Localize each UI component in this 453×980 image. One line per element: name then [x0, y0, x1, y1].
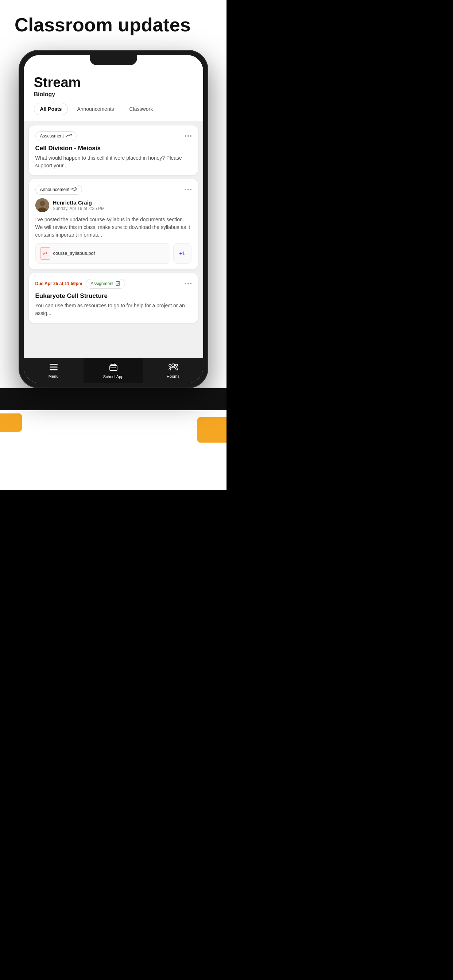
school-app-label: School App: [103, 374, 124, 379]
svg-point-11: [172, 364, 175, 367]
author-date: Sunday, Apr 19 at 2:35 PM: [53, 206, 105, 211]
announcement-tag-label: Announcement: [40, 187, 70, 192]
pdf-icon: pdf: [40, 247, 50, 259]
phone-notch: [90, 55, 137, 65]
bottom-nav: Menu School App: [24, 358, 203, 383]
phone-wrapper: Stream Biology All Posts Announcements: [0, 50, 226, 388]
svg-point-2: [40, 201, 45, 206]
due-date-tag: Due Apr 25 at 11:59pm: [35, 281, 83, 286]
page-title: Classroom updates: [14, 14, 212, 35]
assessment-card-title: Cell Division - Meiosis: [35, 145, 191, 152]
more-button-announcement[interactable]: [185, 189, 191, 190]
more-button-assignment[interactable]: [185, 283, 191, 285]
school-app-icon: [109, 363, 118, 373]
attachment-row: pdf course_syllabus.pdf +1: [35, 243, 191, 264]
rooms-icon: [169, 363, 178, 372]
assessment-card-body: What would happen to this cell if it wer…: [35, 154, 191, 170]
rooms-label: Rooms: [167, 374, 179, 379]
avatar: [35, 198, 49, 212]
attachment-plus-count[interactable]: +1: [173, 243, 191, 264]
top-section: Classroom updates: [0, 0, 226, 50]
tabs-row: All Posts Announcements Classwork: [34, 103, 193, 115]
phone-screen: Stream Biology All Posts Announcements: [24, 55, 203, 383]
author-name: Henrietta Craig: [53, 199, 105, 205]
feed: Assessment: [24, 121, 203, 358]
bottom-section: [0, 388, 226, 410]
phone-frame: Stream Biology All Posts Announcements: [19, 50, 208, 388]
more-button-assessment[interactable]: [185, 135, 191, 137]
card-tag-row-2: Announcement: [35, 185, 191, 195]
assignment-tag-label: Assignment: [91, 281, 113, 286]
stream-title: Stream: [34, 75, 193, 91]
assignment-card-title: Eukaryote Cell Structure: [35, 293, 191, 300]
announcement-body: I've posted the updated course syllabus …: [35, 216, 191, 239]
nav-school-app[interactable]: School App: [83, 358, 144, 383]
avatar-image: [35, 198, 49, 212]
page-background: Classroom updates Stream Biology All Pos…: [0, 0, 226, 490]
assessment-tag-label: Assessment: [40, 134, 64, 138]
assignment-card-body: You can use them as resources to go to f…: [35, 302, 191, 317]
yellow-decor-left: [0, 414, 22, 432]
assessment-tag-icon: [66, 133, 72, 139]
announcement-tag: Announcement: [35, 185, 83, 195]
menu-label: Menu: [48, 374, 59, 379]
svg-point-12: [169, 364, 171, 366]
tag-group: Due Apr 25 at 11:59pm Assignment: [35, 279, 126, 289]
nav-menu[interactable]: Menu: [24, 358, 83, 383]
announcement-tag-icon: [72, 187, 77, 193]
nav-rooms[interactable]: Rooms: [144, 358, 203, 383]
tab-announcements[interactable]: Announcements: [71, 103, 120, 115]
svg-rect-5: [49, 364, 57, 365]
announcement-card[interactable]: Announcement: [29, 179, 198, 269]
assessment-card[interactable]: Assessment: [29, 126, 198, 175]
yellow-decor-right: [197, 417, 226, 442]
screen-content: Stream Biology All Posts Announcements: [24, 55, 203, 383]
assignment-tag-icon: [115, 281, 120, 287]
svg-rect-6: [49, 367, 57, 368]
author-row: Henrietta Craig Sunday, Apr 19 at 2:35 P…: [35, 198, 191, 212]
tab-all-posts[interactable]: All Posts: [34, 103, 68, 115]
author-info: Henrietta Craig Sunday, Apr 19 at 2:35 P…: [53, 199, 105, 211]
class-name: Biology: [34, 91, 193, 98]
svg-rect-4: [116, 282, 120, 285]
assignment-card[interactable]: Due Apr 25 at 11:59pm Assignment: [29, 273, 198, 323]
svg-point-13: [175, 364, 178, 366]
attachment-file[interactable]: pdf course_syllabus.pdf: [35, 243, 170, 264]
svg-rect-7: [49, 369, 57, 371]
card-tag-row: Assessment: [35, 131, 191, 141]
tab-classwork[interactable]: Classwork: [123, 103, 160, 115]
assessment-tag: Assessment: [35, 131, 77, 141]
file-name: course_syllabus.pdf: [53, 250, 95, 256]
menu-icon: [49, 363, 57, 372]
svg-point-0: [76, 188, 77, 189]
card-tag-row-3: Due Apr 25 at 11:59pm Assignment: [35, 279, 191, 289]
assignment-tag: Assignment: [86, 279, 125, 289]
